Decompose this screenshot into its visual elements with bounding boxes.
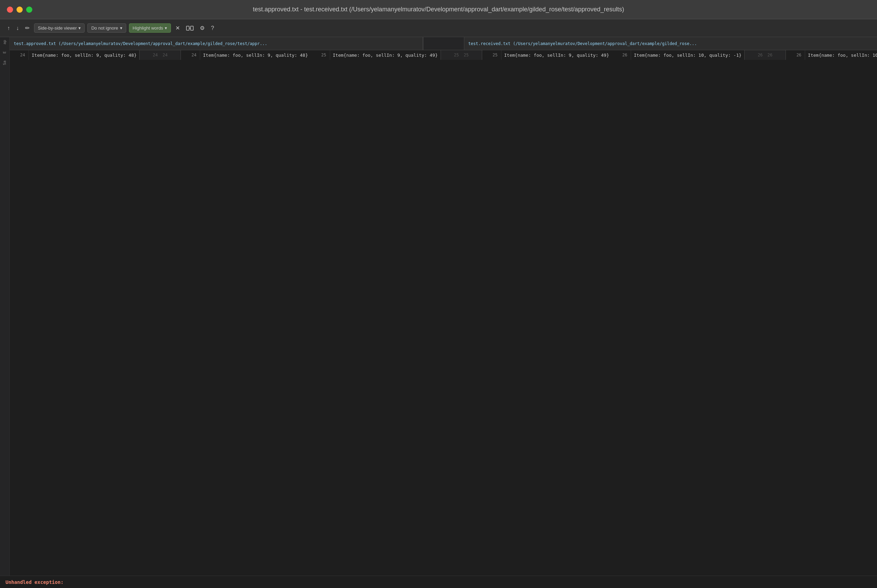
sync-button[interactable] <box>184 23 195 34</box>
status-error-bar: Unhandled exception: <box>0 576 877 588</box>
down-arrow-button[interactable]: ↓ <box>15 23 21 33</box>
diff-nav-col: 2525 <box>441 50 482 60</box>
line-number-right: 24 <box>181 50 200 60</box>
highlight-words-button[interactable]: Highlight words ▾ <box>129 23 171 33</box>
file-headers: test.approved.txt (/Users/yelamanyelmura… <box>10 37 877 50</box>
title-bar: test.approved.txt - test.received.txt (/… <box>0 0 877 19</box>
line-content-right: Item{name: foo, sellIn: 9, quality: 49} <box>502 50 612 60</box>
side-label-e[interactable]: E <box>2 51 7 54</box>
window-title: test.approved.txt - test.received.txt (/… <box>253 6 624 13</box>
diff-row: 25Item{name: foo, sellIn: 9, quality: 49… <box>311 50 612 60</box>
ignore-label: Do not ignore <box>91 26 118 31</box>
settings-button[interactable]: ⚙ <box>198 23 206 33</box>
left-file-name: test.approved.txt (/Users/yelamanyelmura… <box>14 41 267 46</box>
close-traffic-light[interactable] <box>7 6 13 13</box>
highlight-label: Highlight words <box>133 26 164 31</box>
line-number-left: 24 <box>10 50 29 60</box>
line-content-left: Item{name: foo, sellIn: 9, quality: 49} <box>330 50 441 60</box>
viewer-label: Side-by-side viewer <box>38 26 77 31</box>
line-content-left: Item{name: foo, sellIn: 9, quality: 48} <box>29 50 139 60</box>
edit-button[interactable]: ✏ <box>23 23 31 33</box>
maximize-traffic-light[interactable] <box>26 6 32 13</box>
diff-row: 24Item{name: foo, sellIn: 9, quality: 48… <box>10 50 311 60</box>
left-file-header: test.approved.txt (/Users/yelamanyelmura… <box>10 37 423 50</box>
diff-row: 26Item{name: foo, sellIn: 10, quality: -… <box>612 50 877 60</box>
side-label-ap[interactable]: ap <box>2 40 7 44</box>
error-text: Unhandled exception: <box>6 579 64 585</box>
line-number-left: 26 <box>612 50 631 60</box>
close-button[interactable]: ✕ <box>174 23 182 33</box>
right-file-header: test.received.txt (/Users/yelamanyelmura… <box>464 37 877 50</box>
diff-area: test.approved.txt (/Users/yelamanyelmura… <box>10 37 877 576</box>
line-number-right: 25 <box>482 50 502 60</box>
minimize-traffic-light[interactable] <box>17 6 23 13</box>
chevron-down-icon: ▾ <box>120 26 122 31</box>
svg-rect-0 <box>186 26 189 30</box>
chevron-down-icon: ▾ <box>165 26 167 31</box>
diff-nav-col: 2424 <box>140 50 181 60</box>
diff-content[interactable]: 24Item{name: foo, sellIn: 9, quality: 48… <box>10 50 877 576</box>
main-area: ap E Sa test.approved.txt (/Users/yelama… <box>0 37 877 576</box>
toolbar: ↑ ↓ ✏ Side-by-side viewer ▾ Do not ignor… <box>0 19 877 37</box>
ignore-dropdown[interactable]: Do not ignore ▾ <box>87 23 126 33</box>
right-file-name: test.received.txt (/Users/yelamanyelmura… <box>469 41 697 46</box>
viewer-dropdown[interactable]: Side-by-side viewer ▾ <box>34 23 85 33</box>
line-content-left: Item{name: foo, sellIn: 10, quality: -1} <box>631 50 744 60</box>
line-number-left: 25 <box>311 50 330 60</box>
traffic-lights <box>7 6 32 13</box>
up-arrow-button[interactable]: ↑ <box>6 23 12 33</box>
diff-nav-col: 2626 <box>745 50 786 60</box>
side-label-sa[interactable]: Sa <box>2 60 7 65</box>
line-content-right: Item{name: foo, sellIn: 10, quality: -1} <box>805 50 877 60</box>
side-panel: ap E Sa <box>0 37 10 576</box>
help-button[interactable]: ? <box>209 23 216 33</box>
line-content-right: Item{name: foo, sellIn: 9, quality: 48} <box>200 50 311 60</box>
line-number-right: 26 <box>786 50 805 60</box>
chevron-down-icon: ▾ <box>78 26 81 31</box>
svg-rect-1 <box>191 26 193 30</box>
